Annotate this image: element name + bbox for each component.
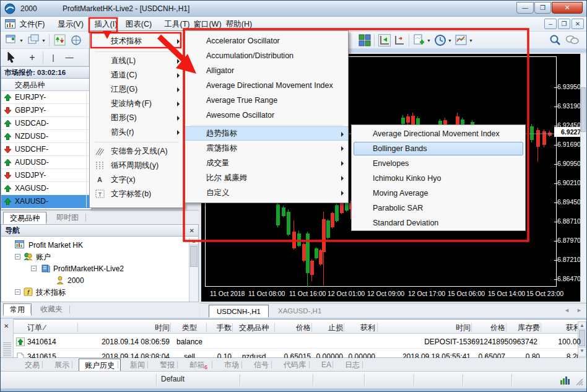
restore-button[interactable]: ❐	[534, 2, 551, 14]
indicator-item-1[interactable]: Accelerator Oscillator	[185, 34, 348, 48]
trend-item-Parabolic SAR[interactable]: Parabolic SAR	[352, 201, 525, 216]
market-watch-column-header[interactable]: 交易品种	[1, 79, 92, 91]
navigator-tab-2[interactable]: 收藏夹	[34, 303, 69, 316]
navigator-item[interactable]: Profit Market HK	[4, 240, 183, 251]
market-watch-row[interactable]: EURJPY-	[1, 91, 92, 104]
market-watch-tab-1[interactable]: 交易品种	[3, 212, 46, 224]
navigator-item[interactable]: −ProfitMarketHK-Live2	[4, 263, 183, 274]
terminal-column-header[interactable]: 交易品种	[234, 321, 274, 334]
terminal-tab-EA[interactable]: EA	[316, 359, 337, 372]
tree-expand-toggle[interactable]: −	[31, 266, 37, 271]
terminal-column-header[interactable]: 库存费	[508, 321, 540, 334]
new-chart-icon[interactable]	[6, 34, 18, 46]
indicator-item-3[interactable]: Alligator	[185, 64, 348, 78]
chart-window-icon[interactable]	[5, 19, 15, 28]
market-watch-row[interactable]: XAGUSD-	[1, 182, 92, 195]
chart-scrollbar-thumb[interactable]	[581, 87, 586, 132]
crosshair-icon[interactable]: +	[25, 51, 39, 64]
zoom-icon[interactable]	[549, 34, 562, 46]
navigator-tab-1[interactable]: 常用	[3, 303, 32, 316]
menubar-item-7[interactable]: 帮助(H)	[225, 18, 253, 30]
add-indicator-icon[interactable]	[413, 34, 425, 46]
indicator-group-比尔 威廉姆[interactable]: 比尔 威廉姆	[185, 171, 348, 185]
terminal-tab-信号[interactable]: 信号	[248, 359, 274, 372]
profiles-icon[interactable]	[28, 34, 40, 46]
terminal-tab-邮箱[interactable]: 邮箱6	[184, 359, 213, 372]
navigator-item[interactable]: 2000	[4, 275, 183, 286]
trend-item-Bollinger Bands[interactable]: Bollinger Bands	[352, 142, 525, 156]
market-watch-row[interactable]: USDCAD-	[1, 117, 92, 130]
chart-shift-icon[interactable]	[393, 34, 406, 46]
chart-tab-1[interactable]: USDCNH-,H1	[209, 305, 269, 318]
tab-scroll-left-icon[interactable]: ◄	[564, 307, 570, 313]
insert-menu-item-安德鲁分叉线(A)[interactable]: 安德鲁分叉线(A)	[90, 144, 184, 159]
market-watch-toggle-icon[interactable]	[54, 34, 66, 46]
insert-menu-item-3[interactable]: 江恩(G)	[90, 82, 184, 97]
terminal-tab-展示[interactable]: 展示	[49, 359, 75, 372]
insert-menu-item-4[interactable]: 斐波纳奇(F)	[90, 97, 184, 111]
child-close-button[interactable]: ✕	[572, 19, 584, 29]
terminal-tab-交易[interactable]: 交易	[19, 359, 45, 372]
terminal-column-header[interactable]: 获利	[346, 321, 375, 334]
add-indicator-dropdown[interactable]: ▼	[427, 38, 431, 43]
market-watch-row[interactable]: XAUUSD-	[1, 195, 92, 208]
menubar-item-1[interactable]: 文件(F)	[18, 18, 46, 30]
navigator-item[interactable]: −账户	[4, 251, 183, 263]
terminal-column-header[interactable]: 获利	[542, 321, 581, 334]
market-watch-row[interactable]: USDCHF-	[1, 143, 92, 156]
chart-tab-2[interactable]: XAGUSD-,H1	[271, 305, 329, 318]
insert-menu-item-文字标签(b)[interactable]: 文字标签(b)T	[90, 187, 184, 201]
insert-menu-item-2[interactable]: 通道(C)	[90, 68, 184, 82]
indicator-item-4[interactable]: Average Directional Movement Index	[185, 79, 348, 93]
trend-item-Average Directional Movement Index[interactable]: Average Directional Movement Index	[352, 127, 525, 141]
data-window-icon[interactable]	[70, 34, 82, 46]
terminal-row[interactable]: 34106142018.09.14 08:06:59balance100.00D…	[14, 335, 578, 349]
indicator-group-成交量[interactable]: 成交量	[185, 156, 348, 170]
trend-item-Ichimoku Kinko Hyo[interactable]: Ichimoku Kinko Hyo	[352, 172, 525, 186]
terminal-tab-新闻[interactable]: 新闻	[124, 359, 150, 372]
terminal-column-header[interactable]: 止损	[313, 321, 343, 334]
terminal-column-header[interactable]: 时间	[79, 321, 170, 334]
templates-icon[interactable]	[455, 34, 467, 46]
terminal-column-header[interactable]: 类型	[172, 321, 207, 334]
market-watch-row[interactable]: AUDUSD-	[1, 156, 92, 169]
menubar-item-4[interactable]: 图表(C)	[124, 18, 153, 30]
insert-menu-item-文字(x)[interactable]: 文字(x)A	[90, 173, 184, 187]
trend-item-Envelopes[interactable]: Envelopes	[352, 157, 525, 171]
resize-grip[interactable]	[575, 378, 584, 386]
terminal-tab-警报[interactable]: 警报	[154, 359, 180, 372]
terminal-column-header[interactable]: 时间	[379, 321, 471, 334]
market-watch-row[interactable]: GBPJPY-	[1, 104, 92, 117]
child-restore-button[interactable]: ❐	[558, 19, 570, 29]
tab-scroll-right-icon[interactable]: ►	[576, 307, 582, 313]
terminal-tab-日志[interactable]: 日志	[339, 359, 365, 372]
insert-menu-item-循环周期线(y)[interactable]: 循环周期线(y)	[90, 159, 184, 173]
terminal-column-header[interactable]: 价格	[473, 321, 505, 334]
vertical-line-icon[interactable]: |	[46, 51, 60, 64]
terminal-tab-账户历史[interactable]: 账户历史	[79, 359, 121, 372]
insert-menu-item-5[interactable]: 图形(S)	[90, 111, 184, 125]
terminal-row[interactable]: 34106152018.09.14 08:08:04sell0.10nzdusd…	[14, 350, 578, 359]
insert-menu-item-6[interactable]: 箭头(r)	[90, 125, 184, 139]
status-profile[interactable]: Default	[161, 375, 185, 383]
indicator-item-6[interactable]: Awesome Oscillator	[185, 108, 348, 123]
periods-icon[interactable]	[434, 34, 446, 46]
horizontal-line-icon[interactable]: —	[63, 51, 76, 64]
autoscroll-icon[interactable]	[378, 34, 391, 46]
child-minimize-button[interactable]: –	[544, 19, 557, 29]
insert-menu-item-indicators[interactable]: 技术指标	[90, 34, 184, 48]
tree-expand-toggle[interactable]: −	[15, 289, 20, 295]
indicator-group-自定义[interactable]: 自定义	[185, 186, 348, 200]
menubar-item-2[interactable]: 显示(V)	[56, 18, 85, 30]
navigator-item[interactable]: −f技术指标	[4, 287, 183, 298]
terminal-close-icon[interactable]: ✕	[4, 323, 9, 329]
close-button[interactable]: ✕	[552, 2, 583, 14]
profiles-dropdown[interactable]: ▼	[41, 38, 46, 43]
terminal-tab-代码库[interactable]: 代码库	[278, 359, 311, 372]
indicator-item-2[interactable]: Accumulation/Distribution	[185, 49, 348, 63]
templates-dropdown[interactable]: ▼	[469, 38, 473, 43]
trend-item-Moving Average[interactable]: Moving Average	[352, 186, 525, 201]
terminal-tab-市场[interactable]: 市场	[219, 359, 245, 372]
periods-dropdown[interactable]: ▼	[448, 38, 452, 43]
menubar-item-5[interactable]: 工具(T)	[163, 18, 191, 30]
